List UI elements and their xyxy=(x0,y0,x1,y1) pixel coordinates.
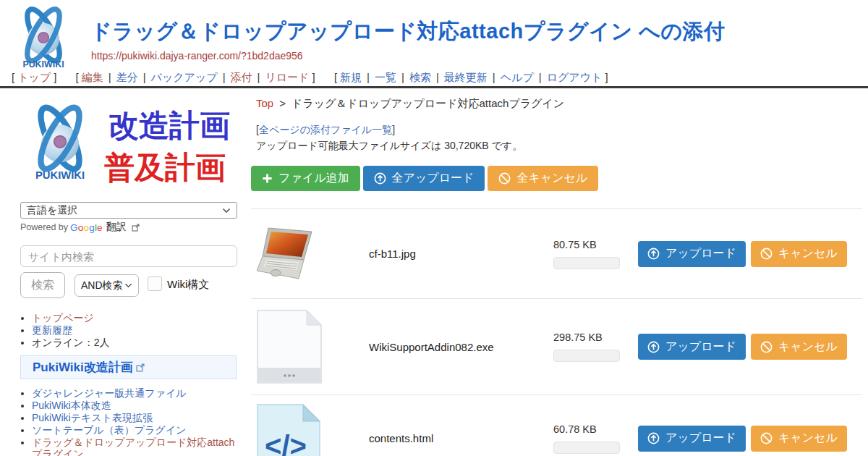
all-attachments-link[interactable]: 全ページの添付ファイル一覧 xyxy=(259,124,392,135)
nav-item-diff[interactable]: 差分 xyxy=(116,71,138,83)
list-item: 更新履歴 xyxy=(32,325,238,337)
upload-toolbar: ファイル追加 全アップロード 全キャンセル xyxy=(251,166,598,191)
nav-item-logout[interactable]: ログアウト xyxy=(547,71,603,83)
progress-bar xyxy=(553,350,620,362)
ban-icon xyxy=(498,172,511,185)
language-select[interactable]: 言語を選択 xyxy=(20,202,237,219)
banner-line1: 改造計画 xyxy=(109,109,230,143)
sidebar-section-heading-box: PukiWiki改造計画 xyxy=(20,355,237,379)
upload-button[interactable]: アップロード xyxy=(638,426,746,452)
nav-group-site: [新規|一覧|検索|最終更新|ヘルプ|ログアウト] xyxy=(331,71,611,83)
file-size: 80.75 KB xyxy=(553,239,638,250)
online-counter: オンライン：2人 xyxy=(32,337,238,349)
pukiwiki-logo[interactable]: PUKIWIKI xyxy=(9,4,78,71)
nav-item-top[interactable]: トップ xyxy=(17,71,51,83)
chevron-down-icon xyxy=(124,283,132,288)
search-button[interactable]: 検索 xyxy=(20,272,65,298)
sidebar-section-heading-link[interactable]: PukiWiki改造計画 xyxy=(33,359,133,376)
generic-file-icon xyxy=(257,310,322,384)
file-row: WikiSupportAddin082.exe 298.75 KB アップロード… xyxy=(251,298,862,394)
sidebar-links: ダジャレンジャー版共通ファイル PukiWiki本体改造 PukiWikiテキス… xyxy=(32,388,239,456)
google-wordmark: Google xyxy=(70,222,103,233)
photo-thumbnail xyxy=(257,227,326,282)
file-row: cf-b11.jpg 80.75 KB アップロード キャンセル xyxy=(251,208,862,298)
max-file-size-text: アップロード可能最大ファイルサイズは 30,720KB です。 xyxy=(256,140,522,153)
nav-group-home: [トップ] xyxy=(9,71,59,83)
external-link-icon xyxy=(132,224,140,232)
html-file-icon: </> xyxy=(257,404,320,456)
upload-circle-icon xyxy=(647,432,660,444)
wiki-syntax-checkbox[interactable] xyxy=(148,276,162,291)
ban-icon xyxy=(760,341,773,353)
plus-icon xyxy=(262,173,273,184)
search-mode-select[interactable]: AND検索 xyxy=(75,274,139,297)
breadcrumb: Top>ドラッグ＆ドロップアップロード対応attachプラグイン xyxy=(256,97,564,111)
nav-item-recent[interactable]: 最終更新 xyxy=(444,71,488,83)
file-name: contents.html xyxy=(369,432,548,444)
page-title: ドラッグ＆ドロップアップロード対応attachプラグイン への添付 xyxy=(90,17,726,46)
page-url-link[interactable]: https://pukiwiki.dajya-ranger.com/?1bd2d… xyxy=(91,50,303,62)
upload-circle-icon xyxy=(647,341,660,353)
progress-bar xyxy=(553,442,620,454)
sidebar-item-sort-table[interactable]: ソートテーブル（表）プラグイン xyxy=(32,424,186,436)
file-name: cf-b11.jpg xyxy=(369,248,548,260)
sidebar-item-history[interactable]: 更新履歴 xyxy=(32,324,72,336)
nav-item-attach[interactable]: 添付 xyxy=(231,71,252,83)
cancel-all-button[interactable]: 全キャンセル xyxy=(488,166,598,191)
svg-text:</>: </> xyxy=(265,430,307,456)
banner-line2: 普及計画 xyxy=(104,151,226,185)
upload-all-button[interactable]: 全アップロード xyxy=(363,166,485,191)
list-item: トップページ xyxy=(32,313,238,324)
upload-circle-icon xyxy=(647,248,660,260)
list-item: ソートテーブル（表）プラグイン xyxy=(32,425,239,436)
ban-icon xyxy=(760,248,773,260)
sidebar-item-top-page[interactable]: トップページ xyxy=(32,312,94,324)
breadcrumb-home-link[interactable]: Top xyxy=(256,97,273,109)
svg-text:PUKIWIKI: PUKIWIKI xyxy=(35,169,85,181)
nav-item-edit[interactable]: 編集 xyxy=(82,71,103,83)
search-input[interactable] xyxy=(20,245,237,267)
file-row: </> contents.html 60.78 KB アップロード キャンセル xyxy=(251,394,862,456)
file-upload-list: cf-b11.jpg 80.75 KB アップロード キャンセル xyxy=(251,208,862,456)
external-link-icon xyxy=(136,363,145,372)
sidebar-item-common-files[interactable]: ダジャレンジャー版共通ファイル xyxy=(32,387,187,399)
sidebar-item-core-mod[interactable]: PukiWiki本体改造 xyxy=(32,400,111,411)
upload-button[interactable]: アップロード xyxy=(638,241,746,267)
sidebar-quick-links: トップページ 更新履歴 オンライン：2人 xyxy=(32,313,238,350)
list-item: ダジャレンジャー版共通ファイル xyxy=(32,388,239,400)
nav-group-page: [編集|差分|バックアップ|添付|リロード] xyxy=(73,71,318,83)
cancel-button[interactable]: キャンセル xyxy=(751,426,847,452)
chevron-down-icon xyxy=(222,208,231,214)
progress-bar xyxy=(553,257,620,269)
wiki-syntax-label: Wiki構文 xyxy=(167,278,209,292)
ban-icon xyxy=(760,432,773,444)
cancel-button[interactable]: キャンセル xyxy=(751,241,847,267)
logo-wordmark: PUKIWIKI xyxy=(22,59,64,69)
sidebar-item-text-ext[interactable]: PukiWikiテキスト表現拡張 xyxy=(32,412,153,423)
nav-item-list[interactable]: 一覧 xyxy=(375,71,396,83)
file-size: 60.78 KB xyxy=(553,423,638,435)
upload-circle-icon xyxy=(374,172,386,185)
nav-item-reload[interactable]: リロード xyxy=(265,71,309,83)
add-file-button[interactable]: ファイル追加 xyxy=(251,166,360,191)
nav-item-help[interactable]: ヘルプ xyxy=(501,71,534,83)
cancel-button[interactable]: キャンセル xyxy=(751,334,847,360)
attach-list-link-line: [全ページの添付ファイル一覧] xyxy=(256,124,395,137)
nav-item-backup[interactable]: バックアップ xyxy=(151,71,218,83)
nav-item-new[interactable]: 新規 xyxy=(340,71,362,83)
top-navbar: [トップ] [編集|差分|バックアップ|添付|リロード] [新規|一覧|検索|最… xyxy=(9,71,621,85)
translate-link[interactable]: 翻訳 xyxy=(106,221,127,234)
header-divider xyxy=(0,86,868,88)
list-item: ドラッグ＆ドロップアップロード対応attachプラグイン xyxy=(32,437,239,456)
nav-item-search[interactable]: 検索 xyxy=(409,71,431,83)
list-item: PukiWikiテキスト表現拡張 xyxy=(32,413,239,424)
sidebar-item-dnd-attach[interactable]: ドラッグ＆ドロップアップロード対応attachプラグイン xyxy=(32,436,234,456)
google-translate-credit: Powered by Google 翻訳 xyxy=(20,221,140,234)
file-name: WikiSupportAddin082.exe xyxy=(369,341,548,353)
breadcrumb-current: ドラッグ＆ドロップアップロード対応attachプラグイン xyxy=(292,97,564,109)
sidebar-banner-logo[interactable]: PUKIWIKI 改造計画 普及計画 xyxy=(16,100,242,193)
list-item: PukiWiki本体改造 xyxy=(32,400,239,412)
upload-button[interactable]: アップロード xyxy=(638,334,746,360)
file-size: 298.75 KB xyxy=(553,332,638,343)
